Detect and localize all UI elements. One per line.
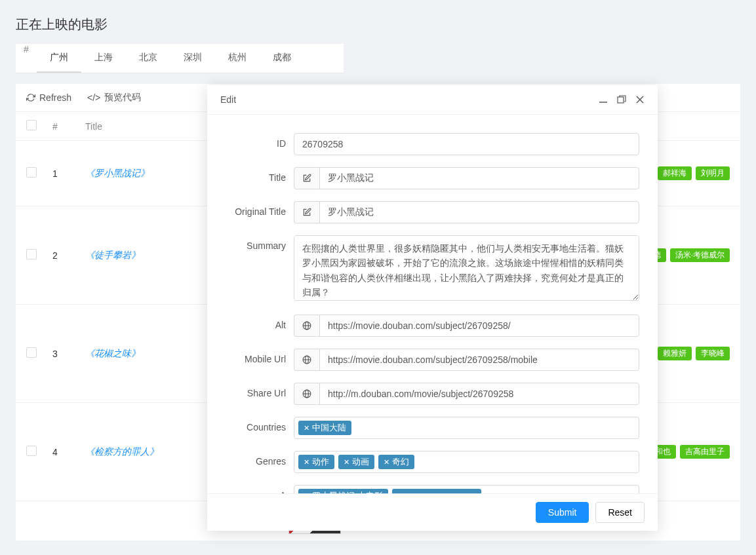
close-button[interactable] — [635, 95, 645, 104]
tag-genre[interactable]: ✕动作 — [298, 455, 334, 469]
reset-button[interactable]: Reset — [595, 502, 645, 523]
modal-body[interactable]: ID Title Original Title — [207, 115, 658, 493]
input-aka[interactable]: ✕罗小黑战记 大电影 ✕The Legend of Hei — [294, 485, 639, 493]
edit-icon[interactable] — [294, 167, 319, 189]
textarea-summary[interactable] — [294, 235, 639, 301]
edit-modal: Edit ID Title — [207, 85, 658, 531]
input-genres[interactable]: ✕动作 ✕动画 ✕奇幻 — [294, 451, 639, 473]
globe-icon[interactable] — [294, 383, 319, 405]
tag-remove-icon[interactable]: ✕ — [397, 492, 403, 494]
label-alt: Alt — [207, 315, 294, 330]
maximize-button[interactable] — [617, 95, 626, 104]
modal-header: Edit — [207, 85, 658, 115]
tag-country[interactable]: ✕中国大陆 — [298, 421, 351, 435]
tag-remove-icon[interactable]: ✕ — [304, 492, 309, 494]
modal-backdrop: Edit ID Title — [0, 0, 756, 555]
label-countries: Countries — [207, 417, 294, 432]
maximize-icon — [617, 95, 626, 104]
close-icon — [635, 95, 645, 104]
tag-remove-icon[interactable]: ✕ — [384, 458, 389, 467]
minimize-button[interactable] — [599, 95, 608, 104]
globe-icon[interactable] — [294, 315, 319, 337]
edit-icon[interactable] — [294, 201, 319, 223]
modal-footer: Submit Reset — [207, 493, 658, 531]
tag-genre[interactable]: ✕奇幻 — [378, 455, 414, 469]
input-id[interactable] — [294, 133, 639, 155]
input-title[interactable] — [319, 167, 639, 189]
input-original-title[interactable] — [319, 201, 639, 223]
label-genres: Genres — [207, 451, 294, 467]
input-share-url[interactable] — [319, 383, 639, 405]
input-mobile-url[interactable] — [319, 349, 639, 371]
input-alt[interactable] — [319, 315, 639, 337]
tag-aka[interactable]: ✕The Legend of Hei — [392, 489, 481, 493]
label-original-title: Original Title — [207, 201, 294, 217]
tag-remove-icon[interactable]: ✕ — [304, 458, 309, 467]
label-title: Title — [207, 167, 294, 183]
label-share-url: Share Url — [207, 383, 294, 398]
globe-icon[interactable] — [294, 349, 319, 371]
label-mobile-url: Mobile Url — [207, 349, 294, 364]
modal-title: Edit — [220, 94, 236, 105]
tag-aka[interactable]: ✕罗小黑战记 大电影 — [298, 489, 388, 493]
label-aka: A — [207, 485, 294, 493]
input-countries[interactable]: ✕中国大陆 — [294, 417, 639, 439]
label-id: ID — [207, 133, 294, 149]
svg-rect-1 — [618, 97, 624, 103]
tag-remove-icon[interactable]: ✕ — [304, 424, 309, 432]
tag-remove-icon[interactable]: ✕ — [344, 458, 349, 467]
tag-genre[interactable]: ✕动画 — [338, 455, 374, 469]
minimize-icon — [599, 95, 608, 104]
submit-button[interactable]: Submit — [536, 502, 589, 523]
label-summary: Summary — [207, 235, 294, 251]
